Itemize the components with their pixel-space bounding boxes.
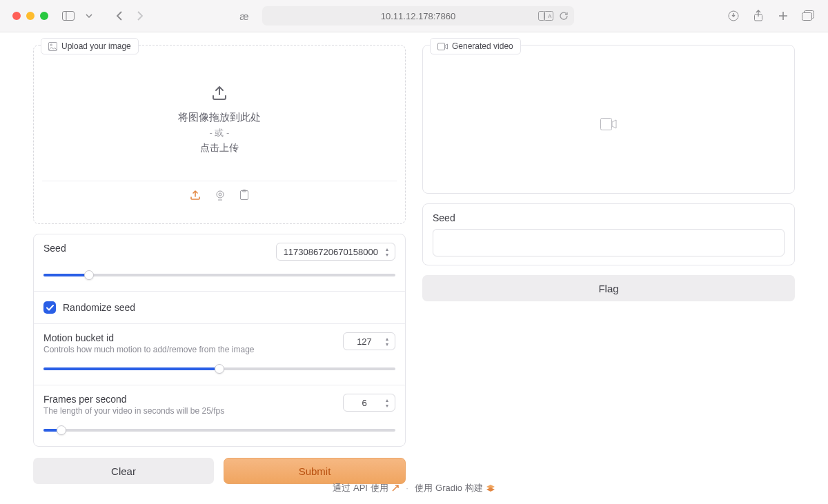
- motion-title: Motion bucket id: [43, 332, 254, 343]
- right-column: Generated video Seed Flag: [422, 45, 795, 301]
- maximize-window-icon[interactable]: [40, 12, 48, 20]
- video-label-text: Generated video: [452, 41, 513, 51]
- clipboard-icon[interactable]: [239, 190, 249, 203]
- submit-button[interactable]: Submit: [224, 458, 406, 484]
- randomize-seed-row[interactable]: Randomize seed: [34, 292, 405, 324]
- seed-value: 1173086720670158000: [284, 247, 378, 257]
- upload-icon: [210, 85, 228, 104]
- webcam-icon[interactable]: [215, 190, 226, 203]
- address-bar-actions: A: [538, 11, 569, 21]
- randomize-label: Randomize seed: [63, 302, 135, 313]
- footer: 通过 API 使用 · 使用 Gradio 构建: [0, 482, 828, 494]
- clear-button[interactable]: Clear: [33, 458, 214, 484]
- close-window-icon[interactable]: [12, 12, 21, 20]
- upload-action-icon[interactable]: [190, 190, 201, 203]
- fps-value: 6: [351, 398, 378, 408]
- drop-line-or: - 或 -: [210, 127, 230, 139]
- motion-stepper[interactable]: ▲▼: [382, 336, 392, 347]
- video-icon: [437, 43, 448, 50]
- footer-api-text: 通过 API 使用: [333, 482, 388, 494]
- motion-desc: Controls how much motion to add/remove f…: [43, 345, 254, 354]
- video-panel-label: Generated video: [430, 38, 521, 54]
- sidebar-toggle-icon[interactable]: [61, 8, 76, 23]
- fps-input[interactable]: 6 ▲▼: [343, 394, 395, 412]
- footer-gradio-text: 使用 Gradio 构建: [415, 482, 482, 494]
- svg-rect-8: [802, 13, 812, 21]
- video-placeholder-icon: [600, 118, 617, 133]
- upload-panel-label: Upload your image: [41, 38, 139, 54]
- submit-label: Submit: [299, 465, 331, 477]
- fps-slider[interactable]: [43, 425, 395, 435]
- flag-button[interactable]: Flag: [422, 275, 795, 301]
- translate-icon[interactable]: A: [538, 11, 553, 21]
- forward-button: [132, 8, 148, 23]
- drop-line-2: 点击上传: [200, 142, 239, 154]
- chevron-down-icon[interactable]: [81, 8, 97, 23]
- svg-point-12: [219, 193, 221, 196]
- new-tab-icon[interactable]: [776, 8, 791, 23]
- svg-rect-9: [48, 42, 57, 50]
- seed-output-panel: Seed: [422, 203, 795, 265]
- generated-video-panel: Generated video: [422, 45, 795, 194]
- motion-value: 127: [351, 336, 378, 347]
- svg-rect-0: [63, 12, 75, 21]
- seed-output-label: Seed: [433, 212, 785, 223]
- clear-label: Clear: [111, 465, 136, 477]
- svg-point-11: [217, 191, 224, 198]
- share-icon[interactable]: [751, 8, 766, 23]
- reader-mode-icon[interactable]: æ: [235, 6, 254, 26]
- address-bar[interactable]: 10.11.12.178:7860 A: [262, 6, 574, 26]
- seed-output-field[interactable]: [433, 229, 785, 256]
- svg-rect-15: [438, 43, 445, 50]
- app-body: Upload your image 将图像拖放到此处 - 或 - 点击上传: [0, 32, 828, 484]
- fps-stepper[interactable]: ▲▼: [382, 398, 392, 408]
- randomize-checkbox[interactable]: [43, 301, 56, 314]
- upload-label-text: Upload your image: [61, 41, 131, 51]
- motion-section: Motion bucket id Controls how much motio…: [34, 324, 405, 385]
- image-icon: [48, 42, 57, 51]
- motion-slider[interactable]: [43, 364, 395, 374]
- minimize-window-icon[interactable]: [26, 12, 34, 20]
- tabs-overview-icon[interactable]: [800, 8, 816, 23]
- browser-toolbar: æ 10.11.12.178:7860 A: [0, 0, 828, 32]
- svg-rect-16: [601, 119, 612, 130]
- reload-icon[interactable]: [559, 11, 569, 21]
- motion-input[interactable]: 127 ▲▼: [343, 332, 395, 350]
- downloads-icon[interactable]: [726, 8, 741, 23]
- upload-dropzone[interactable]: 将图像拖放到此处 - 或 - 点击上传: [34, 58, 405, 181]
- api-icon: [391, 484, 400, 492]
- flag-label: Flag: [598, 283, 618, 294]
- seed-section: Seed 1173086720670158000 ▲▼: [34, 234, 405, 292]
- window-controls: [12, 12, 48, 20]
- address-text: 10.11.12.178:7860: [381, 11, 455, 21]
- seed-input[interactable]: 1173086720670158000 ▲▼: [276, 243, 395, 261]
- fps-section: Frames per second The length of your vid…: [34, 385, 405, 446]
- fps-desc: The length of your video in seconds will…: [43, 406, 224, 416]
- controls-block: Seed 1173086720670158000 ▲▼ Randomize se…: [33, 234, 406, 447]
- gradio-icon: [486, 484, 495, 492]
- back-button[interactable]: [112, 8, 127, 23]
- seed-title: Seed: [43, 243, 66, 254]
- upload-image-panel: Upload your image 将图像拖放到此处 - 或 - 点击上传: [33, 45, 406, 224]
- fps-title: Frames per second: [43, 394, 224, 405]
- upload-toolbar: [42, 181, 397, 211]
- svg-point-10: [50, 43, 52, 45]
- footer-separator: ·: [406, 483, 408, 493]
- footer-gradio-link[interactable]: 使用 Gradio 构建: [415, 482, 495, 494]
- toolbar-right: [726, 8, 816, 23]
- action-buttons: Clear Submit: [33, 458, 406, 484]
- drop-line-1: 将图像拖放到此处: [178, 111, 261, 124]
- svg-text:A: A: [548, 13, 552, 19]
- seed-stepper[interactable]: ▲▼: [382, 247, 392, 257]
- footer-api-link[interactable]: 通过 API 使用: [333, 482, 399, 494]
- seed-slider[interactable]: [43, 270, 395, 280]
- left-column: Upload your image 将图像拖放到此处 - 或 - 点击上传: [33, 45, 406, 484]
